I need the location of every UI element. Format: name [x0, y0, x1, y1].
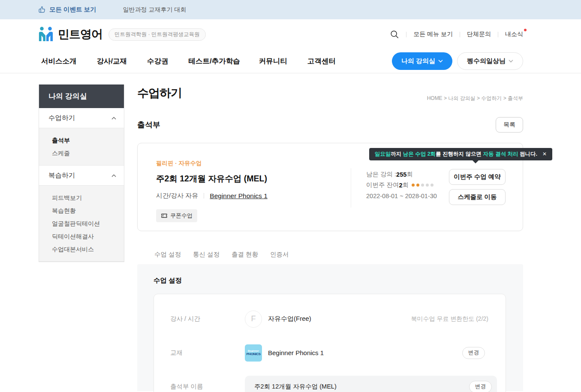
nav-item-test[interactable]: 테스트/추가학습 [189, 57, 240, 66]
course-period: 2022-08-01 ~ 2028-01-30 [366, 190, 437, 201]
my-news-label: 내소식 [505, 30, 523, 37]
chevron-down-icon [509, 60, 513, 63]
sidebar-section-class[interactable]: 수업하기 [39, 108, 124, 128]
course-category: 필리핀 · 자유수업 [156, 160, 268, 167]
breadcrumb[interactable]: HOME > 나의 강의실 > 수업하기 > 출석부 [427, 95, 523, 102]
settings-tabs: 수업 설정 통신 설정 출결 현황 인증서 [137, 250, 523, 259]
sidebar-item-attendance[interactable]: 출석부 [39, 134, 124, 147]
body: 나의 강의실 수업하기 출석부 스케줄 복습하기 피드백보기 복습현황 얼굴철판… [0, 73, 581, 392]
sidebar-item-review-status[interactable]: 복습현황 [39, 204, 124, 217]
logo[interactable]: 민트영어 [38, 27, 102, 42]
weekly-remaining: 이번주 잔여 2회 [366, 180, 437, 190]
weekly-suffix: 회 [403, 181, 409, 189]
tooltip-text: 를 진행하지 않으면 [436, 151, 483, 157]
sidebar-item-feedback[interactable]: 피드백보기 [39, 191, 124, 204]
coupon-tag: 쿠폰수업 [156, 209, 197, 222]
row-label: 강사 / 시간 [154, 315, 245, 323]
nav-item-pass[interactable]: 수강권 [147, 57, 169, 66]
sidebar-item-dictation-solver[interactable]: 딕테이션해결사 [39, 230, 124, 243]
chevron-up-icon [111, 117, 116, 120]
my-classroom-button[interactable]: 나의 강의실 [392, 52, 452, 70]
course-stats: 남은 강의 : 255회 이번주 잔여 2회 2022-08-01 ~ 2028… [366, 169, 437, 201]
event-topbar: 모든 이벤트 보기 일반과정 교재후기 대회 [0, 0, 581, 19]
tooltip-text: 됩니다. [518, 151, 537, 157]
coupon-label: 쿠폰수업 [170, 212, 193, 220]
tab-certificate[interactable]: 인증서 [270, 250, 289, 259]
sidebar-section-review[interactable]: 복습하기 [39, 166, 124, 186]
settings-heading: 수업 설정 [154, 276, 506, 285]
tab-class-settings[interactable]: 수업 설정 [154, 250, 181, 259]
course-meta: 시간/강사 자유 Beginner Phonics 1 [156, 192, 268, 200]
row-value: 자유수업(Free) [268, 315, 311, 323]
group-inquiry-link[interactable]: 단체문의 [467, 30, 491, 38]
logo-m-icon [38, 27, 54, 42]
row-value: 주2회 12개월 자유수업 (MEL) [254, 383, 337, 391]
settings-card: 강사 / 시간 F 자유수업(Free) 북미수업 무료 변환한도 (2/2) … [154, 294, 506, 392]
notification-dot [524, 29, 527, 31]
tooltip-highlight: 자동 결석 처리 [483, 151, 518, 157]
thumb-text: PHONICS [247, 352, 261, 356]
all-menu-link[interactable]: 모든 메뉴 보기 [413, 30, 453, 38]
sidebar-section-label: 수업하기 [48, 114, 75, 123]
thumbs-up-icon [38, 6, 46, 14]
header-utility-links: 모든 메뉴 보기 단체문의 내소식 [390, 30, 523, 39]
weekly-dots-indicator [412, 184, 433, 187]
row-label: 출석부 이름 [154, 383, 245, 391]
sidebar-item-dictation[interactable]: 얼굴철판딕테이션 [39, 217, 124, 230]
textbook-link[interactable]: Beginner Phonics 1 [210, 192, 267, 200]
remaining-suffix: 회 [406, 170, 413, 178]
goto-schedule-button[interactable]: 스케줄로 이동 [449, 189, 506, 205]
tab-attendance-status[interactable]: 출결 현황 [232, 250, 258, 259]
change-textbook-button[interactable]: 변경 [462, 347, 485, 359]
settings-row-teacher: 강사 / 시간 F 자유수업(Free) 북미수업 무료 변환한도 (2/2) [154, 302, 506, 336]
close-icon[interactable]: ✕ [542, 151, 547, 157]
section-head: 출석부 목록 [137, 117, 523, 133]
course-info: 필리핀 · 자유수업 주2회 12개월 자유수업 (MEL) 시간/강사 자유 … [156, 160, 268, 222]
change-name-button[interactable]: 변경 [469, 381, 492, 392]
divider [351, 168, 351, 208]
nav-item-teachers[interactable]: 강사/교재 [97, 57, 127, 66]
list-button[interactable]: 목록 [496, 117, 523, 133]
divider [204, 193, 204, 199]
nav-item-community[interactable]: 커뮤니티 [259, 57, 287, 66]
sidebar-title: 나의 강의실 [39, 84, 124, 108]
my-news-link[interactable]: 내소식 [505, 30, 523, 38]
tooltip-text: 까지 [391, 151, 403, 157]
course-sub-label: 시간/강사 자유 [156, 192, 198, 200]
all-events-link[interactable]: 모든 이벤트 보기 [38, 6, 96, 14]
main-content: 수업하기 HOME > 나의 강의실 > 수업하기 > 출석부 출석부 목록 일… [137, 84, 523, 391]
weekly-count: 2 [399, 182, 403, 189]
textbook-thumbnail: Beginner PHONICS [245, 344, 262, 362]
divider [406, 32, 406, 37]
weekly-label: 이번주 잔여 [366, 181, 399, 189]
my-classroom-label: 나의 강의실 [401, 57, 435, 65]
settings-row-textbook: 교재 Beginner PHONICS Beginner Phonics 1 변… [154, 336, 506, 370]
nav-item-services[interactable]: 서비스소개 [41, 57, 77, 66]
divider [498, 32, 498, 37]
coupon-icon [161, 212, 168, 219]
sidebar: 나의 강의실 수업하기 출석부 스케줄 복습하기 피드백보기 복습현황 얼굴철판… [39, 84, 124, 262]
course-title: 주2회 12개월 자유수업 (MEL) [156, 173, 268, 184]
conversion-limit-label: 북미수업 무료 변환한도 (2/2) [411, 315, 488, 323]
nav-item-support[interactable]: 고객센터 [307, 57, 336, 66]
remaining-label: 남은 강의 : [366, 170, 396, 178]
user-menu-button[interactable]: 펭수의일상님 [457, 52, 523, 70]
course-buttons: 이번주 수업 예약 스케줄로 이동 [449, 169, 506, 205]
class-settings-section: 수업 설정 강사 / 시간 F 자유수업(Free) 북미수업 무료 변환한도 … [137, 264, 523, 391]
sidebar-item-schedule[interactable]: 스케줄 [39, 147, 124, 160]
header: 민트영어 민트원격학원 · 민트원격평생교육원 모든 메뉴 보기 단체문의 내소… [0, 19, 581, 73]
logo-text: 민트영어 [58, 27, 102, 42]
tooltip-highlight: 남은 수업 2회 [403, 151, 436, 157]
sidebar-item-transcript[interactable]: 수업대본서비스 [39, 243, 124, 256]
logo-badge: 민트원격학원 · 민트원격평생교육원 [108, 28, 206, 41]
contest-link[interactable]: 일반과정 교재후기 대회 [123, 6, 187, 14]
reserve-week-button[interactable]: 이번주 수업 예약 [449, 169, 506, 185]
tab-connection-settings[interactable]: 통신 설정 [193, 250, 220, 259]
absence-warning-tooltip: 일요일까지 남은 수업 2회를 진행하지 않으면 자동 결석 처리 됩니다.✕ [369, 148, 552, 160]
row-label: 교재 [154, 349, 245, 357]
sidebar-submenu-review: 피드백보기 복습현황 얼굴철판딕테이션 딕테이션해결사 수업대본서비스 [39, 186, 124, 262]
page: 모든 이벤트 보기 일반과정 교재후기 대회 민트영어 민트원격학원 · 민트원… [0, 0, 581, 392]
header-top: 민트영어 민트원격학원 · 민트원격평생교육원 모든 메뉴 보기 단체문의 내소… [0, 19, 581, 49]
search-icon[interactable] [390, 30, 399, 39]
attendance-name-field: 주2회 12개월 자유수업 (MEL) 변경 [245, 376, 497, 392]
